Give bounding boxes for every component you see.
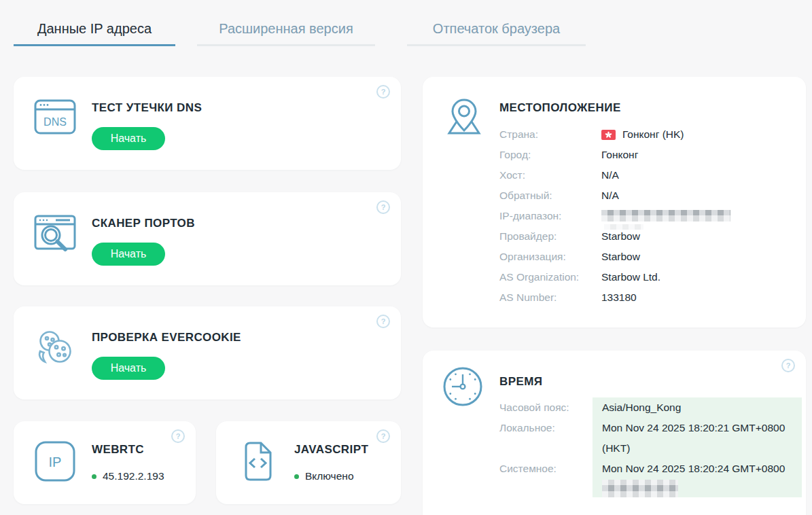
row-label: Локальное: [499, 418, 593, 459]
help-icon[interactable]: ? [171, 429, 185, 443]
page: Данные IP адреса Расширенная версия Отпе… [0, 0, 812, 515]
host-value: N/A [601, 169, 619, 181]
card-title: МЕСТОПОЛОЖЕНИЕ [499, 101, 621, 115]
location-row-as-number: AS Number: 133180 [499, 287, 794, 308]
row-label: Хост: [499, 169, 601, 181]
card-title: ПРОВЕРКА EVERCOOKIE [92, 331, 241, 344]
start-evercookie-check-button[interactable]: Начать [92, 357, 165, 380]
card-title: JAVASCRIPT [294, 443, 368, 457]
redacted-ip-range [601, 206, 737, 226]
location-row-ip-range: IP-диапазон: [499, 206, 794, 226]
javascript-status: Включено [294, 470, 354, 482]
port-scanner-icon [34, 211, 76, 253]
cookie-icon [34, 325, 76, 368]
location-details: Страна: Гонконг (HK) [499, 124, 794, 308]
status-dot-icon [92, 474, 96, 479]
dns-leak-test-card: ? DNS ТЕСТ УТЕЧКИ DNS Начать [14, 77, 401, 170]
help-icon[interactable]: ? [376, 315, 390, 328]
row-label: Провайдер: [499, 230, 601, 243]
location-row-city: Город: Гонконг [499, 145, 794, 165]
row-label: Системное: [499, 459, 593, 497]
card-title: СКАНЕР ПОРТОВ [92, 217, 195, 230]
provider-value: Starbow [601, 230, 640, 243]
status-dot-icon [294, 474, 299, 479]
system-time-text: Mon Nov 24 2025 18:20:24 GMT+0800 [602, 463, 785, 474]
redacted-block [601, 210, 730, 221]
row-label: IP-диапазон: [499, 210, 601, 222]
tab-ip-data[interactable]: Данные IP адреса [14, 14, 175, 46]
location-row-as-organization: AS Organization: Starbow Ltd. [499, 267, 794, 287]
location-row-country: Страна: Гонконг (HK) [499, 124, 794, 145]
redacted-block [602, 480, 678, 497]
clock-icon [442, 366, 484, 408]
start-dns-test-button[interactable]: Начать [92, 127, 165, 150]
row-label: Часовой пояс: [499, 397, 593, 418]
webrtc-ip-value: 45.192.2.193 [103, 470, 164, 482]
system-time-value: Mon Nov 24 2025 18:20:24 GMT+0800 [593, 459, 802, 497]
javascript-status-value: Включено [305, 470, 354, 482]
javascript-card: ? JAVASCRIPT Включено [216, 421, 401, 504]
row-label: Страна: [499, 128, 601, 141]
local-time-value: Mon Nov 24 2025 18:20:21 GMT+0800 (HKT) [593, 418, 802, 459]
row-label: AS Organization: [499, 271, 601, 283]
ip-icon: IP [34, 440, 76, 482]
start-port-scan-button[interactable]: Начать [92, 243, 165, 266]
organization-value: Starbow [601, 251, 640, 263]
webrtc-status: 45.192.2.193 [92, 470, 164, 482]
help-icon[interactable]: ? [781, 359, 795, 372]
row-label: Обратный: [499, 190, 601, 202]
country-value: Гонконг (HK) [622, 128, 684, 141]
dns-window-icon: DNS [34, 96, 76, 138]
code-file-icon [236, 440, 279, 482]
row-label: AS Number: [499, 291, 601, 304]
map-pin-icon [443, 96, 485, 138]
card-title: ТЕСТ УТЕЧКИ DNS [92, 101, 202, 115]
help-icon[interactable]: ? [376, 200, 390, 214]
tab-extended-version[interactable]: Расширенная версия [197, 14, 375, 46]
card-title: ВРЕМЯ [499, 375, 542, 389]
reverse-value: N/A [601, 190, 619, 202]
hk-flag-icon [601, 130, 616, 140]
timezone-value: Asia/Hong_Kong [593, 397, 802, 418]
location-row-organization: Организация: Starbow [499, 247, 794, 267]
as-number-value: 133180 [601, 291, 637, 304]
redacted-block [604, 224, 643, 230]
location-row-reverse: Обратный: N/A [499, 185, 794, 206]
port-scanner-card: ? СКАНЕР ПОРТОВ Начать [14, 192, 401, 285]
time-row-system: Системное: Mon Nov 24 2025 18:20:24 GMT+… [499, 459, 802, 497]
tab-browser-fingerprint[interactable]: Отпечаток браузера [407, 14, 586, 46]
row-label: Город: [499, 149, 601, 161]
row-label: Организация: [499, 251, 601, 263]
help-icon[interactable]: ? [376, 85, 390, 99]
location-row-provider: Провайдер: Starbow [499, 226, 794, 247]
card-title: WEBRTC [92, 443, 144, 457]
time-row-local: Локальное: Mon Nov 24 2025 18:20:21 GMT+… [499, 418, 802, 459]
city-value: Гонконг [601, 149, 638, 161]
as-organization-value: Starbow Ltd. [601, 271, 660, 283]
location-row-host: Хост: N/A [499, 165, 794, 185]
time-details: Часовой пояс: Asia/Hong_Kong Локальное: … [499, 397, 802, 497]
time-row-timezone: Часовой пояс: Asia/Hong_Kong [499, 397, 802, 418]
location-card: МЕСТОПОЛОЖЕНИЕ Страна: Г [423, 77, 806, 327]
webrtc-card: ? IP WEBRTC 45.192.2.193 [14, 421, 196, 504]
dns-icon-label: DNS [43, 116, 67, 128]
evercookie-check-card: ? ПРОВЕРКА EVERCOOKIE Начать [14, 306, 401, 399]
time-card: ? ВРЕМЯ Часовой пояс: Asia/Hong_Kong [423, 351, 806, 515]
ip-icon-label: IP [49, 455, 62, 469]
help-icon[interactable]: ? [376, 429, 390, 443]
